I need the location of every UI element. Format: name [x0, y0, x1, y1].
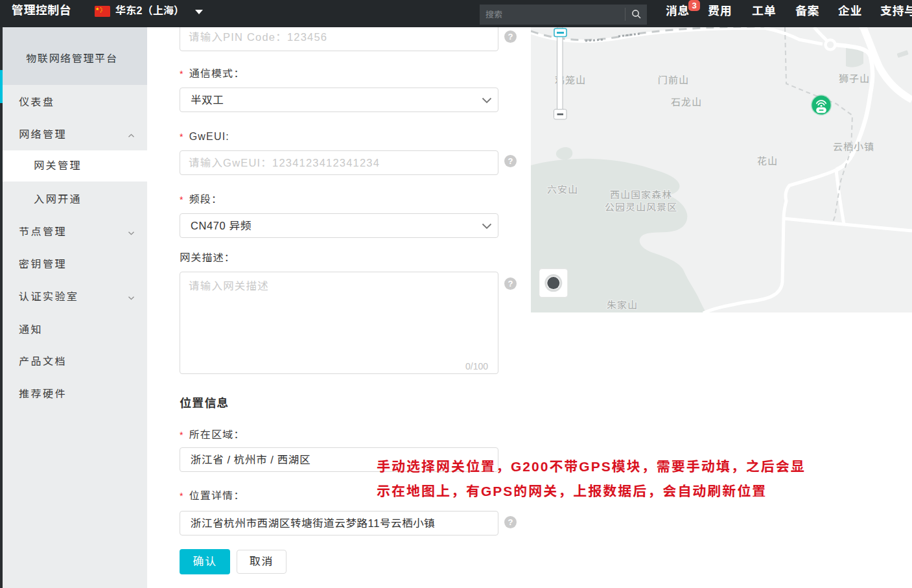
- svg-text:狮子山: 狮子山: [839, 73, 870, 84]
- svg-text:云栖小镇: 云栖小镇: [833, 141, 874, 152]
- svg-text:朱家山: 朱家山: [607, 300, 638, 311]
- svg-text:门前山: 门前山: [658, 75, 689, 86]
- svg-text:六安山: 六安山: [547, 184, 578, 195]
- svg-text:石龙山: 石龙山: [671, 97, 702, 108]
- svg-text:公园灵山风景区: 公园灵山风景区: [605, 202, 677, 213]
- svg-text:花山: 花山: [757, 156, 778, 167]
- svg-text:西山国家森林: 西山国家森林: [610, 189, 672, 200]
